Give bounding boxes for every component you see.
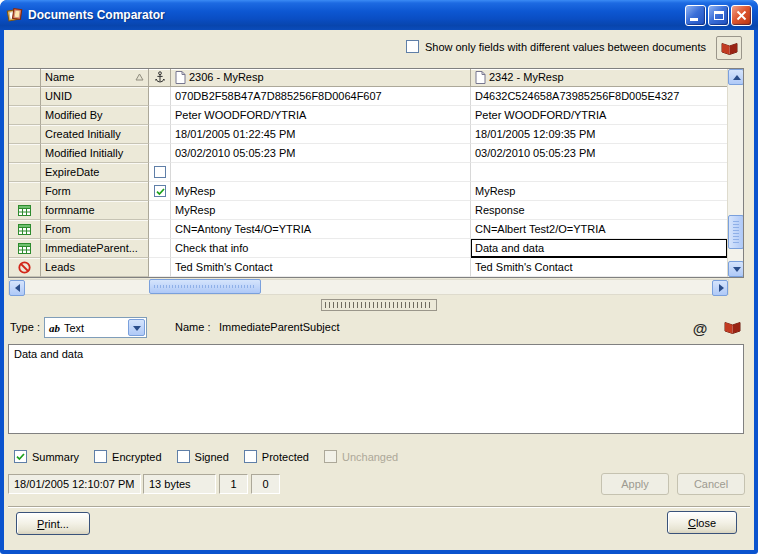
type-select-dropdown-button[interactable] xyxy=(128,319,145,336)
header-name-column[interactable]: Name xyxy=(41,69,149,87)
splitter-handle[interactable] xyxy=(321,299,437,311)
minimize-button[interactable] xyxy=(685,5,706,26)
documents-comparator-window: Documents Comparator Show only fields wi… xyxy=(0,0,758,554)
field-name-cell[interactable]: formname xyxy=(41,201,149,220)
field-name-cell[interactable]: Form xyxy=(41,182,149,201)
header-doc2-column[interactable]: 2342 - MyResp xyxy=(471,69,727,87)
selected-cell[interactable]: Data and data xyxy=(471,239,727,258)
doc1-value-cell[interactable]: 03/02/2010 05:05:23 PM xyxy=(171,144,471,163)
row-icon-cell xyxy=(9,144,41,163)
vertical-scroll-track[interactable] xyxy=(728,85,743,261)
type-label: Type : xyxy=(10,321,40,333)
field-name-cell[interactable]: Created Initially xyxy=(41,125,149,144)
field-name-cell[interactable]: Modified By xyxy=(41,106,149,125)
doc1-value-cell[interactable]: MyResp xyxy=(171,182,471,201)
doc1-value-cell[interactable]: Ted Smith's Contact xyxy=(171,258,471,277)
doc1-value-cell[interactable]: MyResp xyxy=(171,201,471,220)
header-doc1-column[interactable]: 2306 - MyResp xyxy=(171,69,471,87)
arrow-left-icon xyxy=(15,284,20,292)
horizontal-scroll-thumb[interactable] xyxy=(149,279,261,294)
flag-summary-checkbox[interactable]: Summary xyxy=(14,450,79,463)
anchor-cell xyxy=(149,239,171,258)
anchor-checkbox[interactable] xyxy=(154,185,166,197)
filter-diff-checkbox[interactable]: Show only fields with different values b… xyxy=(406,40,706,53)
grid-row[interactable]: FromCN=Antony Test4/O=YTRIACN=Albert Tes… xyxy=(9,220,727,239)
window-title: Documents Comparator xyxy=(28,8,685,22)
scroll-down-button[interactable] xyxy=(728,261,744,277)
doc1-value-cell[interactable]: 070DB2F58B47A7D885256F8D0064F607 xyxy=(171,87,471,106)
compare-book-button[interactable] xyxy=(716,36,742,60)
grid-row[interactable]: Modified Initially03/02/2010 05:05:23 PM… xyxy=(9,144,727,163)
scroll-right-button[interactable] xyxy=(712,280,728,296)
doc2-value-cell[interactable]: MyResp xyxy=(471,182,727,201)
status-timestamp: 18/01/2005 12:10:07 PM xyxy=(8,474,141,494)
flag-encrypted-checkbox[interactable]: Encrypted xyxy=(94,450,162,463)
grid-row[interactable]: FormMyRespMyResp xyxy=(9,182,727,201)
doc1-value-cell[interactable]: Check that info xyxy=(171,239,471,258)
doc2-value-cell[interactable]: 03/02/2010 05:05:23 PM xyxy=(471,144,727,163)
at-button[interactable]: @ xyxy=(688,317,712,339)
field-name-cell[interactable]: ExpireDate xyxy=(41,163,149,182)
anchor-cell[interactable] xyxy=(149,163,171,182)
close-button[interactable] xyxy=(731,5,752,26)
field-name-cell[interactable]: UNID xyxy=(41,87,149,106)
title-bar[interactable]: Documents Comparator xyxy=(0,0,758,30)
grid-row[interactable]: UNID070DB2F58B47A7D885256F8D0064F607D463… xyxy=(9,87,727,106)
doc2-value-cell[interactable]: Peter WOODFORD/YTRIA xyxy=(471,106,727,125)
checkbox-box[interactable] xyxy=(177,450,190,463)
grid-row[interactable]: formnameMyRespResponse xyxy=(9,201,727,220)
doc2-value-cell[interactable]: Response xyxy=(471,201,727,220)
close-dialog-button[interactable]: Close xyxy=(667,511,737,534)
scroll-up-button[interactable] xyxy=(728,69,744,85)
anchor-cell xyxy=(149,125,171,144)
doc2-value-cell[interactable]: D4632C524658A73985256F8D005E4327 xyxy=(471,87,727,106)
doc1-value-cell[interactable]: Peter WOODFORD/YTRIA xyxy=(171,106,471,125)
doc1-value-cell[interactable]: 18/01/2005 01:22:45 PM xyxy=(171,125,471,144)
anchor-cell[interactable] xyxy=(149,182,171,201)
field-name-cell[interactable]: From xyxy=(41,220,149,239)
grid-body: UNID070DB2F58B47A7D885256F8D0064F607D463… xyxy=(9,87,727,277)
doc2-value-cell[interactable]: Ted Smith's Contact xyxy=(471,258,727,277)
field-name-cell[interactable]: ImmediateParent... xyxy=(41,239,149,258)
book-button[interactable] xyxy=(720,316,744,338)
vertical-scroll-thumb[interactable] xyxy=(728,215,744,249)
checkbox-box[interactable] xyxy=(14,450,27,463)
field-value-editor[interactable]: Data and data xyxy=(8,344,744,434)
grid-row[interactable]: Created Initially18/01/2005 01:22:45 PM1… xyxy=(9,125,727,144)
horizontal-scroll-track[interactable] xyxy=(25,280,712,294)
header-anchor-column[interactable] xyxy=(149,69,171,87)
row-icon-cell xyxy=(9,106,41,125)
flag-protected-checkbox[interactable]: Protected xyxy=(244,450,309,463)
doc2-value-cell[interactable] xyxy=(471,163,727,182)
flag-unchanged-checkbox: Unchanged xyxy=(324,450,398,463)
field-name-cell[interactable]: Leads xyxy=(41,258,149,277)
horizontal-scrollbar[interactable] xyxy=(8,279,729,295)
grid-row[interactable]: ImmediateParent...Check that infoData an… xyxy=(9,239,727,258)
checkbox-box[interactable] xyxy=(244,450,257,463)
field-name-value: ImmediateParentSubject xyxy=(219,321,339,333)
checkbox-box[interactable] xyxy=(94,450,107,463)
table-icon xyxy=(18,224,31,235)
grid-row[interactable]: ExpireDate xyxy=(9,163,727,182)
table-icon-cell xyxy=(9,239,41,258)
scroll-left-button[interactable] xyxy=(9,280,25,296)
grid-row[interactable]: Modified ByPeter WOODFORD/YTRIAPeter WOO… xyxy=(9,106,727,125)
grid-row[interactable]: LeadsTed Smith's ContactTed Smith's Cont… xyxy=(9,258,727,277)
checkbox-box[interactable] xyxy=(406,40,419,53)
type-select[interactable]: abText xyxy=(44,317,147,338)
flag-label: Signed xyxy=(195,451,229,463)
document-icon xyxy=(175,71,186,84)
doc2-value-cell[interactable]: 18/01/2005 12:09:35 PM xyxy=(471,125,727,144)
doc1-value-cell[interactable] xyxy=(171,163,471,182)
apply-button[interactable]: Apply xyxy=(601,473,669,495)
maximize-button[interactable] xyxy=(708,5,729,26)
print-button[interactable]: Print... xyxy=(16,512,90,535)
blocked-icon xyxy=(18,261,31,274)
cancel-button[interactable]: Cancel xyxy=(677,473,745,495)
flag-signed-checkbox[interactable]: Signed xyxy=(177,450,229,463)
doc2-value-cell[interactable]: CN=Albert Test2/O=YTRIA xyxy=(471,220,727,239)
vertical-scrollbar[interactable] xyxy=(727,69,743,277)
anchor-checkbox[interactable] xyxy=(154,166,166,178)
field-name-cell[interactable]: Modified Initially xyxy=(41,144,149,163)
doc1-value-cell[interactable]: CN=Antony Test4/O=YTRIA xyxy=(171,220,471,239)
